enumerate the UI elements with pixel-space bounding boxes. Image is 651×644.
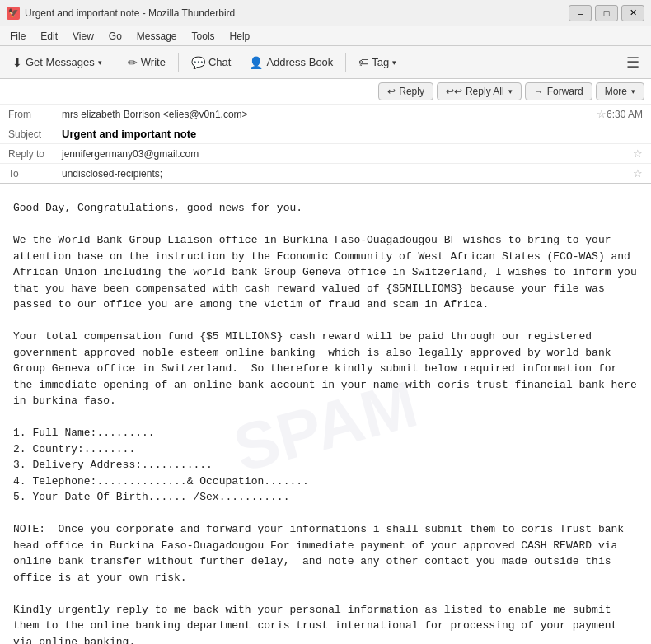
write-button[interactable]: ✏ Write [120, 52, 173, 73]
reply-label: Reply [399, 86, 424, 97]
more-dropdown-icon: ▾ [631, 87, 635, 96]
menu-tools[interactable]: Tools [185, 29, 222, 44]
reply-all-icon: ↩↩ [446, 86, 462, 97]
forward-icon: → [534, 86, 544, 97]
menu-file[interactable]: File [3, 29, 32, 44]
toolbar: ⬇ Get Messages ▾ ✏ Write 💬 Chat 👤 Addres… [0, 46, 651, 79]
address-book-icon: 👤 [249, 56, 263, 69]
address-book-label: Address Book [266, 56, 333, 68]
forward-button[interactable]: → Forward [525, 82, 592, 100]
reply-to-value: jennifergermany03@gmail.com [62, 148, 630, 160]
email-header: ↩ Reply ↩↩ Reply All ▾ → Forward More ▾ … [0, 79, 651, 184]
chat-icon: 💬 [191, 56, 205, 69]
from-star-icon[interactable]: ☆ [597, 108, 607, 120]
reply-to-star-icon[interactable]: ☆ [633, 147, 643, 160]
window-title: Urgent and important note - Mozilla Thun… [25, 7, 235, 19]
get-messages-dropdown-icon[interactable]: ▾ [98, 58, 102, 67]
reply-all-dropdown-icon: ▾ [508, 87, 513, 96]
email-body: SPAM Good Day, Congratulations, good new… [0, 184, 651, 644]
menu-bar: File Edit View Go Message Tools Help [0, 26, 651, 46]
toolbar-divider-2 [178, 53, 179, 72]
tag-label: Tag [372, 56, 389, 68]
to-star-icon[interactable]: ☆ [633, 167, 643, 180]
reply-action-bar: ↩ Reply ↩↩ Reply All ▾ → Forward More ▾ [0, 79, 651, 105]
to-label: To [8, 168, 62, 180]
tag-dropdown-icon: ▾ [392, 58, 396, 67]
get-messages-icon: ⬇ [12, 56, 22, 69]
menu-go[interactable]: Go [102, 29, 129, 44]
reply-to-label: Reply to [8, 148, 62, 160]
address-book-button[interactable]: 👤 Address Book [241, 52, 340, 73]
reply-button[interactable]: ↩ Reply [378, 82, 433, 100]
reply-all-button[interactable]: ↩↩ Reply All ▾ [437, 82, 522, 100]
write-icon: ✏ [128, 56, 138, 69]
reply-to-row: Reply to jennifergermany03@gmail.com ☆ [0, 144, 651, 164]
to-value: undisclosed-recipients; [62, 168, 630, 180]
maximize-button[interactable]: □ [595, 5, 618, 21]
forward-label: Forward [547, 86, 583, 97]
toolbar-divider-3 [345, 53, 346, 72]
from-value: mrs elizabeth Borrison <elies@v0n1.com> [62, 109, 593, 120]
hamburger-menu-button[interactable]: ☰ [620, 50, 646, 75]
from-label: From [8, 109, 62, 120]
get-messages-button[interactable]: ⬇ Get Messages ▾ [5, 52, 110, 73]
from-row: From mrs elizabeth Borrison <elies@v0n1.… [0, 105, 651, 124]
window-controls: – □ ✕ [569, 5, 644, 21]
title-bar: 🦅 Urgent and important note - Mozilla Th… [0, 0, 651, 26]
chat-button[interactable]: 💬 Chat [184, 52, 238, 73]
minimize-button[interactable]: – [569, 5, 592, 21]
email-body-text: Good Day, Congratulations, good news for… [13, 200, 638, 644]
more-button[interactable]: More ▾ [596, 82, 644, 100]
write-label: Write [141, 56, 166, 68]
reply-all-label: Reply All [466, 86, 504, 97]
tag-icon: 🏷 [358, 56, 369, 68]
subject-value: Urgent and important note [62, 128, 643, 140]
menu-help[interactable]: Help [223, 29, 257, 44]
close-button[interactable]: ✕ [621, 5, 644, 21]
toolbar-divider-1 [115, 53, 115, 72]
more-label: More [605, 86, 627, 97]
reply-icon: ↩ [387, 86, 396, 97]
to-row: To undisclosed-recipients; ☆ [0, 164, 651, 183]
app-icon: 🦅 [7, 7, 20, 20]
menu-view[interactable]: View [66, 29, 101, 44]
chat-label: Chat [208, 56, 231, 68]
subject-row: Subject Urgent and important note [0, 124, 651, 144]
get-messages-label: Get Messages [26, 56, 95, 68]
menu-edit[interactable]: Edit [34, 29, 64, 44]
tag-button[interactable]: 🏷 Tag ▾ [351, 53, 404, 72]
subject-label: Subject [8, 128, 62, 140]
menu-message[interactable]: Message [130, 29, 184, 44]
email-time: 6:30 AM [607, 109, 643, 120]
